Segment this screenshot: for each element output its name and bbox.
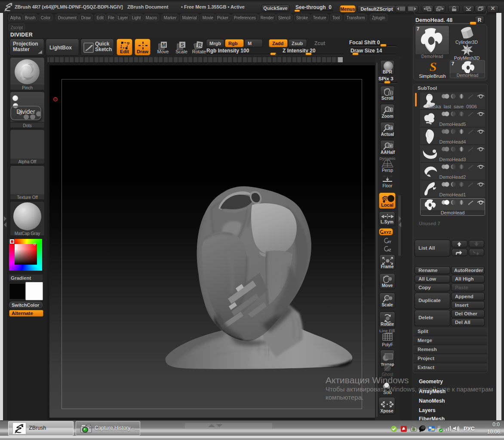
svg-text:cz: cz — [430, 429, 432, 431]
svg-text:S: S — [181, 42, 184, 48]
svg-text:M: M — [162, 42, 166, 48]
svg-text:Z: Z — [389, 248, 391, 252]
svg-text:x1: x1 — [389, 126, 393, 130]
svg-text:XYZ: XYZ — [384, 230, 391, 235]
svg-text:R: R — [198, 42, 202, 48]
svg-text:Y: Y — [389, 240, 391, 244]
svg-text:S: S — [430, 60, 437, 73]
